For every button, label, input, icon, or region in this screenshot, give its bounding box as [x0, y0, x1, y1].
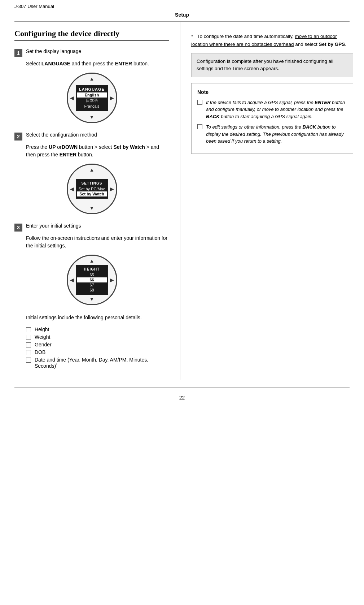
checklist-label-datetime: Date and time (Year, Month, Day, AM/PM, … [35, 357, 169, 369]
step-1-desc: Select LANGUAGE and then press the ENTER… [26, 60, 169, 68]
step-3-watch-diagram: ▲ ◀ ▶ ▼ HEIGHT 65 66 67 68 [14, 255, 169, 305]
step-3-watch: ▲ ◀ ▶ ▼ HEIGHT 65 66 67 68 [67, 255, 117, 305]
step-1-header: 1 Set the display language [14, 48, 169, 57]
checklist-item-gender: Gender [26, 342, 169, 347]
step-2-watch: ▲ ◀ ▶ ▼ SETTINGS Set by PC/Mac Set by Wa… [67, 164, 117, 214]
main-content: Configuring the device directly 1 Set th… [0, 22, 364, 380]
step-2-title: Select the configuration method [26, 132, 97, 138]
arrow-left-2: ◀ [70, 186, 74, 192]
gps-asterisk: * [191, 34, 193, 39]
page-footer: 22 [14, 387, 350, 404]
checklist-label-gender: Gender [35, 342, 52, 347]
step-1-title: Set the display language [26, 48, 81, 54]
checklist-item-dob: DOB [26, 349, 169, 355]
arrow-right-2: ▶ [110, 186, 114, 192]
lang-item-english: English [77, 92, 107, 98]
lang-screen-title: LANGUAGE [77, 87, 107, 91]
step-1-watch: ▲ ◀ ▶ ▼ LANGUAGE English 日本語 Français [67, 73, 117, 123]
step-3-desc: Follow the on-screen instructions and en… [26, 234, 169, 250]
checklist-label-dob: DOB [35, 349, 45, 355]
height-item-68: 68 [77, 288, 107, 293]
note-item-2: To edit settings or other information, p… [197, 124, 347, 145]
height-screen-title: HEIGHT [77, 267, 107, 271]
arrow-left-1: ◀ [70, 95, 74, 101]
gps-underline-text: move to an outdoor location where there … [191, 34, 337, 47]
step-1-screen: LANGUAGE English 日本語 Français [76, 85, 108, 111]
step-3-header: 3 Enter your initial settings [14, 223, 169, 232]
step-2-watch-diagram: ▲ ◀ ▶ ▼ SETTINGS Set by PC/Mac Set by Wa… [14, 164, 169, 214]
step-1-number: 1 [14, 49, 22, 57]
checklist-item-weight: Weight [26, 334, 169, 340]
note-text-1: If the device fails to acquire a GPS sig… [206, 99, 347, 120]
checklist-item-height: Height [26, 327, 169, 332]
lang-item-japanese: 日本語 [77, 98, 107, 104]
initial-settings-intro: Initial settings include the following p… [26, 314, 169, 321]
height-item-65: 65 [77, 272, 107, 277]
arrow-top-3: ▲ [89, 258, 95, 264]
arrow-top-2: ▲ [89, 167, 95, 173]
step-3-number: 3 [14, 224, 22, 232]
checkbox-gender [26, 342, 31, 347]
right-column: * To configure the date and time automat… [180, 22, 364, 380]
lang-item-francais: Français [77, 104, 107, 109]
height-item-67: 67 [77, 282, 107, 288]
step-2-number: 2 [14, 133, 22, 141]
header-left: J-307 User Manual [14, 4, 54, 9]
initial-settings-list: Height Weight Gender DOB Date and time (… [26, 327, 169, 369]
page-number: 22 [179, 395, 185, 401]
arrow-left-3: ◀ [70, 277, 74, 283]
settings-screen-title: SETTINGS [77, 181, 107, 185]
config-complete-text: Configuration is complete after you have… [197, 59, 333, 71]
settings-item-pc: Set by PC/Mac [77, 186, 107, 191]
checklist-item-datetime: Date and time (Year, Month, Day, AM/PM, … [26, 357, 169, 369]
step-2-desc: Press the UP orDOWN button > select Set … [26, 143, 169, 159]
checklist-label-height: Height [35, 327, 49, 332]
note-checkbox-1 [197, 100, 202, 105]
note-item-1: If the device fails to acquire a GPS sig… [197, 99, 347, 120]
arrow-right-1: ▶ [110, 95, 114, 101]
config-complete-box: Configuration is complete after you have… [191, 53, 353, 77]
page-title-center: Setup [0, 10, 364, 21]
settings-item-watch: Set by Watch [77, 191, 107, 196]
arrow-right-3: ▶ [110, 277, 114, 283]
note-title: Note [197, 88, 347, 96]
arrow-bottom-1: ▼ [89, 114, 95, 120]
step-3-title: Enter your initial settings [26, 223, 81, 229]
height-item-66: 66 [77, 277, 107, 282]
arrow-bottom-3: ▼ [89, 296, 95, 302]
step-2-header: 2 Select the configuration method [14, 132, 169, 141]
checkbox-height [26, 327, 31, 332]
step-2-screen: SETTINGS Set by PC/Mac Set by Watch [76, 179, 108, 199]
checkbox-datetime [26, 358, 31, 363]
note-checkbox-2 [197, 124, 202, 129]
gps-bold-text: Set by GPS [319, 42, 345, 47]
note-text-2: To edit settings or other information, p… [206, 124, 347, 145]
left-column: Configuring the device directly 1 Set th… [0, 22, 180, 380]
arrow-bottom-2: ▼ [89, 205, 95, 211]
note-box: Note If the device fails to acquire a GP… [191, 83, 353, 154]
arrow-top-1: ▲ [89, 76, 95, 82]
checkbox-weight [26, 335, 31, 340]
section-title: Configuring the device directly [14, 29, 169, 41]
step-3-screen: HEIGHT 65 66 67 68 [76, 265, 108, 295]
gps-note-text: * To configure the date and time automat… [191, 33, 353, 48]
step-1-watch-diagram: ▲ ◀ ▶ ▼ LANGUAGE English 日本語 Français [14, 73, 169, 123]
checkbox-dob [26, 350, 31, 355]
page-header: J-307 User Manual [0, 0, 364, 10]
checklist-label-weight: Weight [35, 334, 50, 340]
